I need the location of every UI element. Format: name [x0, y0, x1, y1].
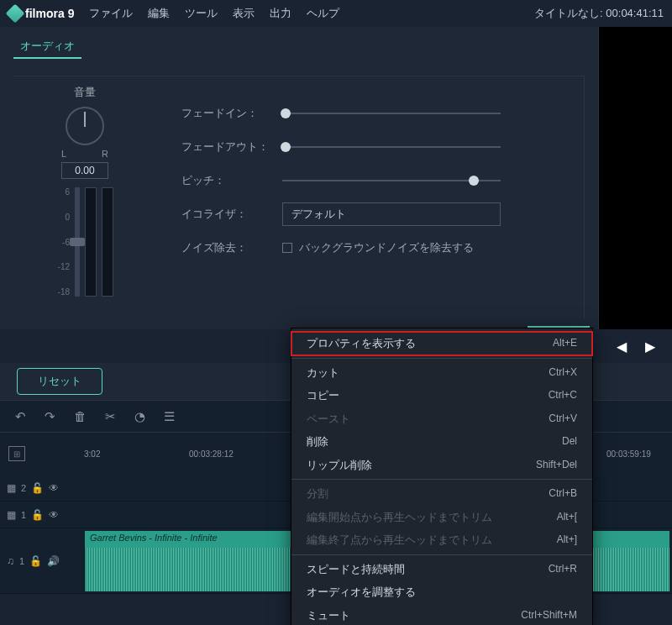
- meter-scale: 60-6-12-18: [56, 187, 70, 297]
- ctx-item-label: 編集終了点から再生ヘッドまでトリム: [307, 532, 492, 549]
- adjust-button[interactable]: ☰: [164, 409, 175, 424]
- ctx-item-6[interactable]: リップル削除Shift+Del: [291, 454, 592, 477]
- ctx-item-shortcut: Shift+Del: [536, 457, 577, 474]
- denoise-label: ノイズ除去：: [181, 240, 282, 255]
- ctx-item-4: ペーストCtrl+V: [291, 407, 592, 431]
- ctx-item-5[interactable]: 削除Del: [291, 430, 592, 454]
- ctx-item-label: ペースト: [307, 411, 350, 428]
- film-icon: ▦: [7, 509, 16, 521]
- menu-help[interactable]: ヘルプ: [307, 6, 339, 21]
- prev-frame-button[interactable]: ◀: [617, 339, 627, 355]
- pitch-label: ピッチ：: [181, 173, 282, 188]
- add-track-button[interactable]: ⊞: [8, 446, 25, 461]
- film-icon: ▦: [7, 482, 16, 494]
- app-name: filmora: [25, 7, 65, 20]
- ctx-item-label: カット: [307, 365, 339, 381]
- ctx-item-shortcut: Alt+[: [557, 509, 577, 526]
- ctx-item-shortcut: Ctrl+B: [549, 486, 577, 502]
- music-icon: ♫: [7, 555, 14, 567]
- next-frame-button[interactable]: ▶: [645, 339, 655, 355]
- fade-out-slider[interactable]: [282, 146, 501, 148]
- menu-separator: [291, 358, 592, 359]
- menubar: filmora9 ファイル 編集 ツール 表示 出力 ヘルプ タイトルなし: 0…: [0, 0, 672, 27]
- ctx-item-shortcut: Ctrl+Shift+M: [521, 607, 577, 624]
- lock-icon[interactable]: 🔓: [29, 555, 42, 567]
- ctx-item-shortcut: Ctrl+X: [549, 365, 577, 381]
- ctx-item-10: 編集終了点から再生ヘッドまでトリムAlt+]: [291, 528, 592, 552]
- project-title: タイトルなし: 00:04:41:11: [534, 6, 664, 21]
- eye-icon[interactable]: 👁: [49, 482, 59, 494]
- lock-icon[interactable]: 🔓: [31, 509, 44, 521]
- volume-slider[interactable]: [75, 187, 80, 297]
- menu-separator: [291, 554, 592, 555]
- ctx-item-label: 削除: [307, 433, 328, 450]
- ctx-item-12[interactable]: スピードと持続時間Ctrl+R: [291, 558, 592, 581]
- volume-label: 音量: [22, 85, 148, 100]
- clip-label: Garret Bevins - Infinite - Infinite: [90, 533, 218, 543]
- fade-in-slider[interactable]: [282, 113, 501, 114]
- ctx-item-label: オーディオを調整する: [307, 584, 416, 601]
- menu-separator: [291, 479, 592, 480]
- undo-button[interactable]: ↶: [15, 409, 26, 424]
- meter-right: [102, 187, 113, 297]
- ctx-item-label: プロパティを表示する: [307, 335, 416, 352]
- speaker-icon[interactable]: 🔊: [47, 555, 60, 567]
- tab-audio[interactable]: オーディオ: [13, 35, 81, 59]
- volume-value[interactable]: 0.00: [61, 162, 108, 179]
- ctx-item-shortcut: Ctrl+C: [549, 387, 577, 404]
- menu-file[interactable]: ファイル: [89, 6, 133, 21]
- menu-output[interactable]: 出力: [270, 6, 291, 21]
- ctx-item-14[interactable]: ミュートCtrl+Shift+M: [291, 604, 592, 626]
- menu-edit[interactable]: 編集: [148, 6, 170, 21]
- ctx-item-13[interactable]: オーディオを調整する: [291, 580, 592, 604]
- redo-button[interactable]: ↷: [45, 409, 55, 424]
- lock-icon[interactable]: 🔓: [31, 482, 44, 494]
- ctx-item-0[interactable]: プロパティを表示するAlt+E: [291, 332, 592, 355]
- app-version: 9: [68, 7, 75, 20]
- pitch-slider[interactable]: [282, 180, 501, 181]
- ctx-item-3[interactable]: コピーCtrl+C: [291, 384, 592, 407]
- denoise-checkbox[interactable]: バックグラウンドノイズを除去する: [282, 240, 474, 255]
- ctx-item-label: ミュート: [307, 607, 350, 624]
- volume-knob[interactable]: [66, 107, 104, 145]
- equalizer-select[interactable]: デフォルト: [282, 202, 501, 226]
- reset-button[interactable]: リセット: [17, 368, 102, 395]
- ctx-item-label: 編集開始点から再生ヘッドまでトリム: [307, 509, 492, 526]
- ctx-item-label: コピー: [307, 387, 339, 404]
- audio-panel: オーディオ 音量 LR 0.00 60-6-12-18 フェードイン：: [0, 27, 598, 329]
- ctx-item-label: リップル削除: [307, 457, 372, 474]
- ctx-item-shortcut: Alt+E: [553, 335, 577, 352]
- context-menu: プロパティを表示するAlt+EカットCtrl+XコピーCtrl+CペーストCtr…: [291, 328, 593, 625]
- preview-pane: [598, 27, 672, 329]
- ctx-item-shortcut: Del: [562, 433, 577, 450]
- ctx-item-label: スピードと持続時間: [307, 561, 405, 578]
- meter-left: [85, 187, 97, 297]
- ctx-item-9: 編集開始点から再生ヘッドまでトリムAlt+[: [291, 506, 592, 529]
- delete-button[interactable]: 🗑: [74, 409, 87, 423]
- menu-tools[interactable]: ツール: [185, 6, 218, 21]
- equalizer-label: イコライザ：: [181, 207, 282, 222]
- ctx-item-shortcut: Alt+]: [557, 532, 577, 549]
- speed-button[interactable]: ◔: [134, 409, 145, 424]
- cut-button[interactable]: ✂: [105, 409, 116, 424]
- ctx-item-label: 分割: [307, 486, 328, 502]
- ctx-item-shortcut: Ctrl+R: [549, 561, 577, 578]
- logo-icon: [6, 4, 25, 24]
- menu-view[interactable]: 表示: [233, 6, 255, 21]
- fade-in-label: フェードイン：: [181, 106, 282, 121]
- eye-icon[interactable]: 👁: [49, 509, 59, 521]
- ctx-item-2[interactable]: カットCtrl+X: [291, 361, 592, 385]
- fade-out-label: フェードアウト：: [181, 139, 282, 155]
- app-logo: filmora9: [8, 7, 74, 20]
- ctx-item-shortcut: Ctrl+V: [549, 411, 577, 428]
- ctx-item-8: 分割Ctrl+B: [291, 482, 592, 506]
